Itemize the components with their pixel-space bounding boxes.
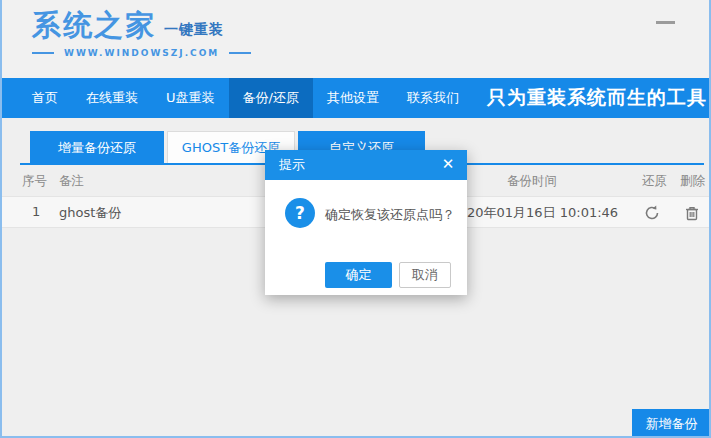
column-header-index: 序号 [22,173,47,190]
row-note: ghost备份 [59,204,121,222]
dialog-title: 提示 [279,157,305,172]
logo: 系统之家 一键重装 [32,8,224,42]
tab-incremental-backup-restore[interactable]: 增量备份还原 [30,131,164,165]
dash-decoration-left [32,52,54,54]
logo-text: 系统之家 [32,8,156,42]
nav-item-other-settings[interactable]: 其他设置 [313,78,393,118]
nav-slogan: 只为重装系统而生的工具 [487,85,709,111]
column-header-note: 备注 [59,173,84,190]
new-backup-button[interactable]: 新增备份 [632,409,711,438]
app-window: 系统之家 一键重装 WWW.WINDOWSZJ.COM 首页 在线重装 U盘重装… [0,0,711,438]
website-url: WWW.WINDOWSZJ.COM [64,48,219,58]
nav-bar: 首页 在线重装 U盘重装 备份/还原 其他设置 联系我们 只为重装系统而生的工具 [2,78,709,118]
close-icon[interactable]: ✕ [438,150,458,180]
nav-item-contact[interactable]: 联系我们 [393,78,473,118]
website-row: WWW.WINDOWSZJ.COM [32,48,251,58]
column-header-backup-time: 备份时间 [507,173,557,190]
dash-decoration-right [229,52,251,54]
cancel-button[interactable]: 取消 [399,262,451,288]
row-index: 1 [32,204,40,219]
confirm-dialog: 提示 ✕ ? 确定恢复该还原点吗？ 确定 取消 [265,150,467,295]
nav-item-usb-reinstall[interactable]: U盘重装 [152,78,229,118]
column-header-restore: 还原 [642,173,667,190]
dialog-title-bar: 提示 ✕ [265,150,467,180]
row-backup-time: 20年01月16日 10:01:46 [467,204,618,222]
question-icon: ? [285,198,315,228]
dialog-message: 确定恢复该还原点吗？ [325,206,455,224]
header: 系统之家 一键重装 WWW.WINDOWSZJ.COM [2,0,709,78]
logo-subtitle: 一键重装 [164,21,224,39]
column-header-delete: 删除 [680,173,705,190]
restore-icon[interactable] [643,204,661,222]
nav-item-backup-restore[interactable]: 备份/还原 [229,78,313,118]
minimize-icon[interactable] [656,17,675,27]
nav-item-home[interactable]: 首页 [18,78,72,118]
nav-item-online-reinstall[interactable]: 在线重装 [72,78,152,118]
confirm-button[interactable]: 确定 [325,262,392,288]
trash-icon[interactable] [683,204,701,222]
